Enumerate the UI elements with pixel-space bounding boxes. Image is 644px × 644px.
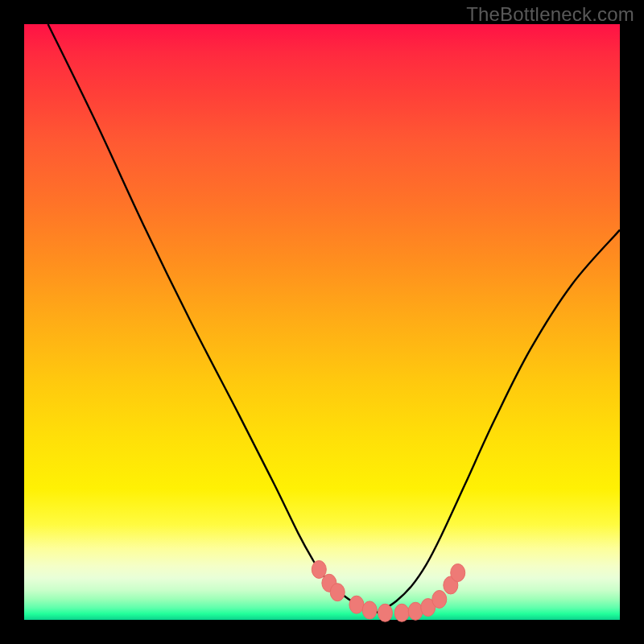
curve-marker xyxy=(312,560,326,578)
curve-marker xyxy=(362,601,377,619)
curve-marker xyxy=(330,584,345,601)
right-curve xyxy=(378,230,620,613)
curve-marker xyxy=(349,596,364,613)
curve-marker xyxy=(394,604,409,621)
markers xyxy=(312,560,464,621)
watermark-text: TheBottleneck.com xyxy=(466,3,634,26)
left-curve xyxy=(48,24,379,613)
curve-marker xyxy=(432,590,447,608)
chart-frame: TheBottleneck.com xyxy=(0,0,644,644)
plot-area xyxy=(24,24,620,620)
curve-layer xyxy=(24,24,620,620)
curve-marker xyxy=(408,602,423,620)
curve-marker xyxy=(451,564,465,581)
curve-marker xyxy=(378,604,392,621)
